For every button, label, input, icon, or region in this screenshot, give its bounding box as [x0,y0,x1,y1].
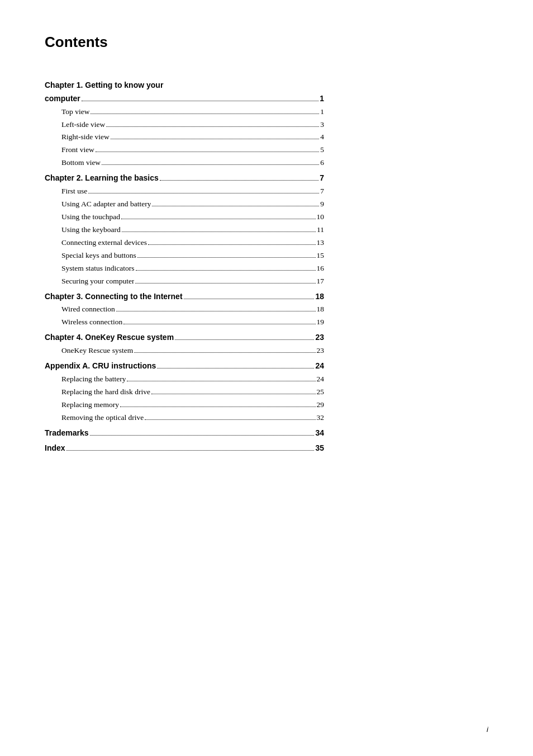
trademarks-heading[interactable]: Trademarks 34 [45,427,324,440]
list-item[interactable]: Connecting external devices 13 [45,237,324,249]
list-item[interactable]: Replacing the battery 24 [45,373,324,386]
list-item[interactable]: Left-side view 3 [45,119,324,131]
list-item[interactable]: Using the touchpad 10 [45,211,324,224]
appendix-a-heading[interactable]: Appendix A. CRU instructions 24 [45,360,324,373]
list-item[interactable]: Removing the optical drive 32 [45,412,324,424]
list-item[interactable]: Replacing memory 29 [45,399,324,412]
list-item[interactable]: Replacing the hard disk drive 25 [45,386,324,399]
list-item[interactable]: Front view 5 [45,144,324,157]
chapter-1-heading: Chapter 1. Getting to know your computer… [45,79,324,106]
list-item[interactable]: Using the keyboard 11 [45,224,324,237]
list-item[interactable]: Right-side view 4 [45,131,324,144]
chapter-1-dots [82,101,318,101]
chapter-1-page: 1 [320,92,324,106]
chapter-1-line2: computer [45,92,80,106]
chapter-1-line1: Chapter 1. Getting to know your [45,81,163,89]
list-item[interactable]: Securing your computer 17 [45,275,324,288]
list-item[interactable]: Bottom view 6 [45,157,324,169]
index-heading[interactable]: Index 35 [45,442,324,455]
toc-container: Chapter 1. Getting to know your computer… [45,79,324,455]
list-item[interactable]: Special keys and buttons 15 [45,249,324,262]
chapter-2-heading[interactable]: Chapter 2. Learning the basics 7 [45,172,324,185]
page-footer: i [487,725,488,734]
page-title: Contents [45,34,488,51]
list-item[interactable]: Top view 1 [45,106,324,119]
list-item[interactable]: OneKey Rescue system 23 [45,344,324,357]
list-item[interactable]: Using AC adapter and battery 9 [45,198,324,211]
chapter-3-heading[interactable]: Chapter 3. Connecting to the Internet 18 [45,290,324,304]
list-item[interactable]: First use 7 [45,185,324,198]
list-item[interactable]: Wireless connection 19 [45,316,324,329]
list-item[interactable]: Wired connection 18 [45,303,324,316]
chapter-4-heading[interactable]: Chapter 4. OneKey Rescue system 23 [45,331,324,344]
list-item[interactable]: System status indicators 16 [45,262,324,275]
